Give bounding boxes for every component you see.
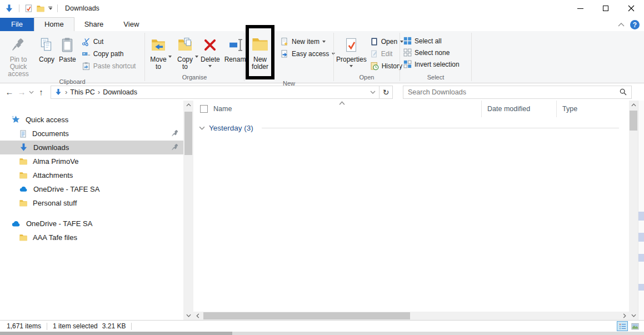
close-icon	[628, 5, 635, 12]
file-list-pane: Name Date modified Type Yesterday (3)	[193, 101, 629, 320]
delete-button[interactable]: Delete	[198, 33, 222, 67]
sidebar-item-attachments[interactable]: Attachments	[0, 168, 183, 182]
open-button[interactable]: Open	[370, 37, 403, 46]
select-none-button[interactable]: Select none	[403, 48, 460, 57]
copy-button[interactable]: Copy	[37, 33, 57, 63]
edit-button[interactable]: Edit	[370, 49, 403, 58]
scrollbar-thumb[interactable]	[184, 112, 192, 155]
scroll-right-icon[interactable]	[620, 312, 629, 320]
sidebar-item-personal-stuff[interactable]: Personal stuff	[0, 196, 183, 210]
titlebar-separator	[19, 4, 19, 12]
sidebar-scrollbar[interactable]	[183, 101, 193, 320]
new-folder-icon	[251, 35, 269, 54]
qat-new-folder-icon[interactable]	[36, 4, 45, 13]
scroll-up-icon[interactable]	[629, 101, 638, 109]
status-separator	[131, 323, 132, 330]
scroll-left-icon[interactable]	[193, 312, 202, 320]
paste-shortcut-button[interactable]: Paste shortcut	[82, 62, 136, 71]
easy-access-button[interactable]: Easy access	[280, 49, 335, 58]
chevron-down-icon	[208, 65, 212, 67]
new-item-icon	[280, 37, 289, 46]
copy-path-button[interactable]: Copy path	[82, 49, 136, 58]
sidebar-item-documents[interactable]: Documents	[0, 127, 183, 141]
document-icon	[19, 129, 27, 138]
recent-locations-dropdown-icon[interactable]	[29, 91, 34, 94]
sort-ascending-icon	[339, 101, 345, 105]
close-button[interactable]	[618, 0, 644, 17]
properties-icon	[343, 36, 359, 54]
details-view-icon	[618, 322, 627, 331]
search-icon[interactable]	[620, 88, 627, 96]
breadcrumb-this-pc[interactable]: This PC	[70, 88, 94, 96]
breadcrumb-separator: ›	[98, 88, 100, 96]
cut-button[interactable]: Cut	[82, 37, 136, 46]
scroll-down-icon[interactable]	[629, 311, 638, 320]
navigation-pane: Quick access Documents Downloads Alma Pr…	[0, 101, 183, 320]
sidebar-item-downloads[interactable]: Downloads	[0, 141, 183, 154]
large-icons-view-button[interactable]	[630, 321, 641, 331]
move-to-button[interactable]: Move to	[145, 33, 172, 71]
ribbon-group-organise: Move to Copy to Delete	[145, 31, 244, 83]
details-view-button[interactable]	[617, 321, 628, 331]
tab-view[interactable]: View	[113, 18, 149, 31]
pin-icon	[11, 36, 26, 54]
refresh-button[interactable]: ↻	[380, 86, 393, 99]
new-item-button[interactable]: New item	[280, 37, 335, 46]
select-none-icon	[403, 48, 412, 57]
scroll-down-icon[interactable]	[183, 311, 193, 320]
collapse-ribbon-icon[interactable]	[618, 23, 625, 27]
address-dropdown-icon[interactable]	[370, 91, 376, 94]
large-icons-view-icon	[631, 322, 640, 331]
downloads-icon	[19, 143, 28, 152]
easy-access-icon	[280, 49, 289, 58]
tab-share[interactable]: Share	[74, 18, 114, 31]
sidebar-item-aaa-tafe-files[interactable]: AAA Tafe files	[0, 231, 183, 244]
downloads-location-icon	[54, 88, 62, 96]
column-header-date-modified[interactable]: Date modified	[481, 101, 556, 117]
select-all-checkbox[interactable]	[200, 105, 208, 113]
pin-icon	[171, 129, 179, 137]
folder-icon	[19, 171, 28, 179]
collapse-group-icon[interactable]	[199, 126, 205, 130]
scrollbar-thumb[interactable]	[203, 312, 410, 319]
sidebar-item-alma-primove[interactable]: Alma PrimoVe	[0, 154, 183, 168]
copy-to-button[interactable]: Copy to	[172, 33, 198, 71]
selection-size: 3.21 KB	[102, 322, 126, 330]
sidebar-item-onedrive-shortcut[interactable]: OneDrive - TAFE SA	[0, 182, 183, 196]
tab-file[interactable]: File	[0, 18, 34, 31]
history-button[interactable]: History	[370, 62, 403, 71]
minimize-button[interactable]	[567, 0, 593, 17]
properties-button[interactable]: Properties	[334, 33, 369, 67]
pin-to-quick-access-button[interactable]: Pin to Quick access	[0, 33, 37, 78]
qat-customize-dropdown-icon[interactable]	[48, 7, 52, 10]
file-list-scrollbar[interactable]	[629, 101, 638, 320]
search-input[interactable]	[408, 88, 620, 96]
help-button[interactable]: ?	[630, 20, 640, 29]
back-button[interactable]: ←	[3, 87, 16, 97]
scroll-up-icon[interactable]	[183, 101, 193, 109]
tab-home[interactable]: Home	[34, 17, 74, 31]
copy-path-icon	[82, 49, 91, 58]
new-group-label: New	[244, 79, 333, 88]
cut-icon	[82, 37, 91, 46]
column-header-name[interactable]: Name	[193, 101, 481, 117]
column-header-type[interactable]: Type	[556, 101, 629, 117]
onedrive-cloud-icon	[11, 219, 21, 228]
maximize-button[interactable]	[593, 0, 618, 17]
forward-button[interactable]: →	[16, 87, 28, 97]
select-all-button[interactable]: Select all	[403, 37, 460, 45]
new-folder-button[interactable]: New folder	[249, 35, 271, 71]
sidebar-item-quick-access[interactable]: Quick access	[0, 113, 183, 127]
up-button[interactable]: ↑	[35, 87, 47, 97]
group-header-yesterday[interactable]: Yesterday (3)	[199, 124, 629, 132]
horizontal-scrollbar[interactable]	[193, 312, 629, 320]
qat-properties-icon[interactable]	[24, 4, 33, 13]
scrollbar-thumb[interactable]	[630, 111, 637, 131]
pin-icon	[171, 143, 179, 151]
breadcrumb-downloads[interactable]: Downloads	[103, 88, 137, 96]
sidebar-item-onedrive-root[interactable]: OneDrive - TAFE SA	[0, 217, 183, 231]
invert-selection-button[interactable]: Invert selection	[403, 60, 460, 68]
column-headers: Name Date modified Type	[193, 101, 629, 117]
paste-icon	[60, 36, 74, 54]
paste-button[interactable]: Paste	[57, 33, 78, 63]
